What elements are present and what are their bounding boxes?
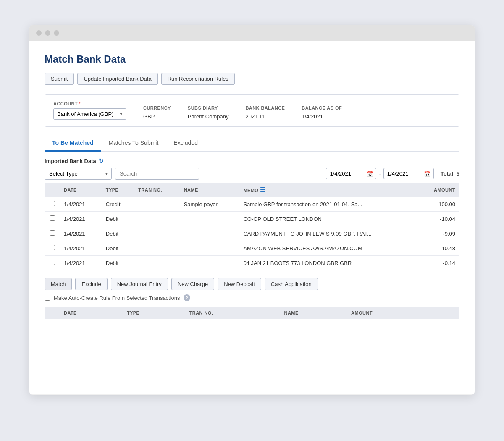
table-row: 1/4/2021 Debit CO-OP OLD STREET LONDON -… [45, 212, 459, 226]
date-from-input[interactable] [326, 168, 376, 179]
bank-data-table: DATE TYPE TRAN NO. NAME MEMO ☰ AMOUNT 1/… [45, 183, 459, 270]
bank-balance-value: 2021.11 [245, 113, 285, 120]
row-name [180, 226, 239, 241]
row-date: 1/4/2021 [60, 241, 102, 256]
browser-window: Match Bank Data Submit Update Imported B… [29, 25, 475, 395]
row-checkbox-cell [45, 256, 60, 270]
row-name: Sample payer [180, 197, 239, 212]
row-date: 1/4/2021 [60, 212, 102, 226]
account-fields: ACCOUNT* Bank of America (GBP) CURRENCY … [53, 101, 451, 120]
subsidiary-label: SUBSIDIARY [188, 105, 229, 110]
table-header-row: DATE TYPE TRAN NO. NAME MEMO ☰ AMOUNT [45, 183, 459, 197]
row-memo: Sample GBP for transaction on 2021-01-04… [239, 197, 417, 212]
bth-name: NAME [280, 307, 347, 319]
row-checkbox-cell [45, 241, 60, 256]
row-name [180, 212, 239, 226]
account-field-group: ACCOUNT* Bank of America (GBP) [53, 101, 126, 120]
currency-field-group: CURRENCY GBP [143, 105, 171, 120]
balance-as-of-value: 1/4/2021 [302, 113, 342, 120]
row-type: Debit [102, 212, 134, 226]
row-checkbox[interactable] [50, 260, 55, 265]
filter-area: Select Type Credit Debit 📅 - 📅 Total: 5 [45, 168, 459, 180]
balance-as-of-label: BALANCE AS OF [302, 105, 342, 110]
account-select[interactable]: Bank of America (GBP) [53, 108, 126, 120]
bth-extra [435, 307, 459, 319]
row-memo: CO-OP OLD STREET LONDON [239, 212, 417, 226]
search-input[interactable] [115, 168, 199, 180]
required-star: * [79, 101, 81, 106]
balance-as-of-field-group: BALANCE AS OF 1/4/2021 [302, 105, 342, 120]
row-date: 1/4/2021 [60, 226, 102, 241]
tab-matches-to-submit[interactable]: Matches To Submit [101, 136, 166, 152]
row-amount: 100.00 [417, 197, 459, 212]
refresh-icon[interactable]: ↻ [99, 158, 104, 164]
th-name: NAME [180, 183, 239, 197]
bank-balance-label: BANK BALANCE [245, 105, 285, 110]
row-checkbox-cell [45, 197, 60, 212]
submit-button[interactable]: Submit [45, 73, 74, 85]
date-to-input[interactable] [383, 168, 434, 179]
table-body: 1/4/2021 Credit Sample payer Sample GBP … [45, 197, 459, 270]
imported-label: Imported Bank Data ↻ [45, 158, 104, 164]
table-row: 1/4/2021 Debit AMAZON WEB SERVICES AWS.A… [45, 241, 459, 256]
type-select-wrap[interactable]: Select Type Credit Debit [45, 168, 112, 180]
tab-excluded[interactable]: Excluded [166, 136, 205, 152]
tabs: To Be Matched Matches To Submit Excluded [45, 136, 459, 152]
tab-to-be-matched[interactable]: To Be Matched [45, 136, 101, 152]
row-checkbox[interactable] [50, 230, 55, 236]
account-select-wrap[interactable]: Bank of America (GBP) [53, 108, 126, 120]
new-charge-button[interactable]: New Charge [171, 278, 214, 290]
currency-value: GBP [143, 113, 171, 120]
type-select[interactable]: Select Type Credit Debit [45, 168, 112, 180]
th-amount: AMOUNT [417, 183, 459, 197]
table-header: DATE TYPE TRAN NO. NAME MEMO ☰ AMOUNT [45, 183, 459, 197]
bottom-table-header-row: DATE TYPE TRAN NO. NAME AMOUNT [45, 307, 459, 319]
action-bar: Match Exclude New Journal Entry New Char… [45, 278, 459, 290]
date-range: 📅 - 📅 Total: 5 [326, 168, 459, 179]
row-type: Debit [102, 226, 134, 241]
bank-balance-field-group: BANK BALANCE 2021.11 [245, 105, 285, 120]
th-type: TYPE [102, 183, 134, 197]
exclude-button[interactable]: Exclude [75, 278, 107, 290]
toolbar: Submit Update Imported Bank Data Run Rec… [45, 73, 459, 85]
row-tran-no [134, 256, 179, 270]
row-checkbox[interactable] [50, 215, 55, 221]
table-row: 1/4/2021 Debit CARD PAYMENT TO JOHN LEWI… [45, 226, 459, 241]
bth-type: TYPE [123, 307, 185, 319]
date-to-wrap: 📅 [383, 168, 434, 179]
row-memo: AMAZON WEB SERVICES AWS.AMAZON.COM [239, 241, 417, 256]
row-checkbox[interactable] [50, 201, 55, 206]
subsidiary-value: Parent Company [188, 113, 229, 120]
row-amount: -10.48 [417, 241, 459, 256]
row-tran-no [134, 226, 179, 241]
page-title: Match Bank Data [45, 53, 459, 65]
memo-filter-icon[interactable]: ☰ [260, 186, 265, 193]
th-date: DATE [60, 183, 102, 197]
dot-green [54, 30, 59, 36]
row-type: Credit [102, 197, 134, 212]
bth-checkbox [45, 307, 60, 319]
bottom-table-body [45, 319, 459, 336]
run-reconciliation-button[interactable]: Run Reconciliation Rules [161, 73, 235, 85]
bth-amount: AMOUNT [347, 307, 435, 319]
new-journal-button[interactable]: New Journal Entry [111, 278, 168, 290]
update-imported-button[interactable]: Update Imported Bank Data [77, 73, 158, 85]
help-icon[interactable]: ? [184, 294, 190, 301]
table-row [45, 319, 459, 336]
row-memo: 04 JAN 21 BOOTS 773 LONDON GBR GBR [239, 256, 417, 270]
row-memo: CARD PAYMENT TO JOHN LEWIS 9.09 GBP, RAT… [239, 226, 417, 241]
row-date: 1/4/2021 [60, 197, 102, 212]
new-deposit-button[interactable]: New Deposit [218, 278, 261, 290]
bottom-table: DATE TYPE TRAN NO. NAME AMOUNT [45, 307, 459, 336]
row-checkbox-cell [45, 226, 60, 241]
date-range-separator: - [379, 171, 381, 177]
row-tran-no [134, 197, 179, 212]
bth-tran-no: TRAN NO. [185, 307, 280, 319]
browser-titlebar [29, 25, 475, 41]
th-memo: MEMO ☰ [239, 183, 417, 197]
auto-create-checkbox[interactable] [45, 295, 50, 301]
row-checkbox[interactable] [50, 245, 55, 250]
cash-application-button[interactable]: Cash Application [265, 278, 318, 290]
browser-content: Match Bank Data Submit Update Imported B… [29, 41, 475, 394]
match-button[interactable]: Match [45, 278, 72, 290]
